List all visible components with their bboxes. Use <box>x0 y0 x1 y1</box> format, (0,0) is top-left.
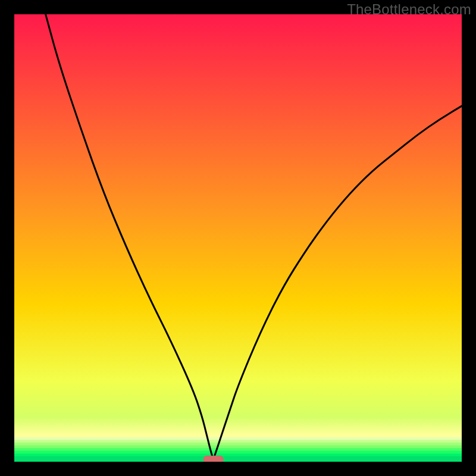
green-band-group <box>14 437 462 462</box>
svg-rect-3 <box>14 445 462 448</box>
optimum-marker <box>203 456 224 462</box>
chart-svg <box>14 14 462 462</box>
svg-rect-6 <box>14 453 462 456</box>
svg-rect-9 <box>14 458 462 462</box>
svg-rect-1 <box>14 440 462 443</box>
svg-rect-4 <box>14 448 462 451</box>
svg-rect-0 <box>14 437 462 440</box>
gradient-background <box>14 14 462 462</box>
svg-rect-2 <box>14 443 462 446</box>
chart-frame: TheBottleneck.com <box>0 0 476 476</box>
svg-rect-5 <box>14 451 462 454</box>
plot-area <box>14 14 462 462</box>
watermark-text: TheBottleneck.com <box>347 1 471 18</box>
